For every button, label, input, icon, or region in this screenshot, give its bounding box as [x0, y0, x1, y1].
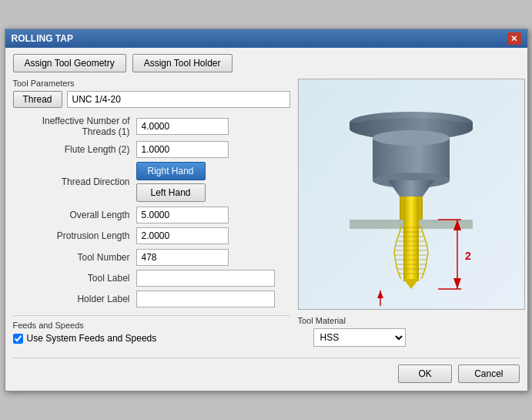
assign-tool-geometry-button[interactable]: Assign Tool Geometry — [13, 54, 126, 72]
flute-length-label: Flute Length (2) — [13, 144, 136, 155]
thread-row: Thread — [13, 91, 290, 108]
thread-direction-label: Thread Direction — [13, 176, 136, 187]
tool-label-label: Tool Label — [13, 273, 136, 284]
tool-label-row: Tool Label — [13, 270, 290, 287]
use-system-feeds-label: Use System Feeds and Speeds — [27, 333, 157, 344]
right-hand-button[interactable]: Right Hand — [136, 162, 206, 180]
svg-marker-26 — [377, 291, 383, 298]
overall-length-row: Overall Length — [13, 207, 290, 223]
close-button[interactable]: ✕ — [507, 32, 521, 45]
holder-label-input[interactable] — [136, 291, 275, 307]
svg-text:2: 2 — [465, 250, 471, 262]
ok-button[interactable]: OK — [398, 365, 452, 383]
protrusion-length-row: Protrusion Length — [13, 227, 290, 244]
assign-tool-holder-button[interactable]: Assign Tool Holder — [132, 54, 233, 72]
dialog-rolling-tap: ROLLING TAP ✕ Assign Tool Geometry Assig… — [5, 29, 528, 391]
thread-value-input[interactable] — [67, 91, 290, 108]
overall-length-input[interactable] — [136, 207, 229, 223]
flute-length-row: Flute Length (2) — [13, 141, 290, 158]
direction-group: Right Hand Left Hand — [136, 162, 206, 202]
use-system-feeds-checkbox[interactable] — [13, 334, 23, 344]
bottom-buttons: OK Cancel — [13, 358, 520, 383]
overall-length-label: Overall Length — [13, 210, 136, 220]
protrusion-length-input[interactable] — [136, 227, 229, 244]
svg-marker-35 — [453, 278, 461, 289]
svg-rect-10 — [403, 197, 419, 281]
content-area: Tool Parameters Thread Ineffective Numbe… — [13, 79, 520, 347]
ineffective-threads-input[interactable] — [136, 118, 229, 135]
tool-material-select[interactable]: HSS Carbide Cobalt TiN Coated — [313, 328, 406, 347]
dialog-title: ROLLING TAP — [12, 33, 73, 44]
svg-marker-22 — [403, 279, 419, 289]
feeds-label: Feeds and Speeds — [13, 321, 290, 330]
tool-params-label: Tool Parameters — [13, 79, 290, 88]
protrusion-length-label: Protrusion Length — [13, 230, 136, 241]
tool-material-section: Tool Material HSS Carbide Cobalt TiN Coa… — [298, 316, 525, 347]
thread-button[interactable]: Thread — [13, 91, 62, 108]
ineffective-threads-label: Ineffective Number of Threads (1) — [13, 116, 136, 137]
feeds-checkbox-row: Use System Feeds and Speeds — [13, 333, 290, 344]
tool-image: 1 2 — [298, 79, 525, 310]
cancel-button[interactable]: Cancel — [458, 365, 519, 383]
left-hand-button[interactable]: Left Hand — [136, 183, 206, 202]
flute-length-input[interactable] — [136, 141, 229, 158]
tool-label-input[interactable] — [136, 270, 275, 287]
tool-number-input[interactable] — [136, 249, 229, 266]
title-bar: ROLLING TAP ✕ — [5, 29, 527, 48]
ineffective-threads-row: Ineffective Number of Threads (1) — [13, 116, 290, 137]
tool-material-label: Tool Material — [298, 316, 525, 325]
feeds-section: Feeds and Speeds Use System Feeds and Sp… — [13, 315, 290, 344]
svg-marker-6 — [388, 180, 434, 197]
dialog-body: Assign Tool Geometry Assign Tool Holder … — [5, 48, 527, 391]
thread-direction-row: Thread Direction Right Hand Left Hand — [13, 162, 290, 202]
material-select-row: HSS Carbide Cobalt TiN Coated — [298, 328, 525, 347]
holder-label-label: Holder Label — [13, 294, 136, 304]
holder-label-row: Holder Label — [13, 291, 290, 307]
top-buttons: Assign Tool Geometry Assign Tool Holder — [13, 54, 520, 72]
left-panel: Tool Parameters Thread Ineffective Numbe… — [13, 79, 290, 347]
tool-number-label: Tool Number — [13, 252, 136, 263]
right-panel: 1 2 — [298, 79, 525, 347]
svg-point-4 — [373, 130, 450, 146]
tool-illustration: 1 2 — [303, 82, 519, 306]
tool-number-row: Tool Number — [13, 249, 290, 266]
